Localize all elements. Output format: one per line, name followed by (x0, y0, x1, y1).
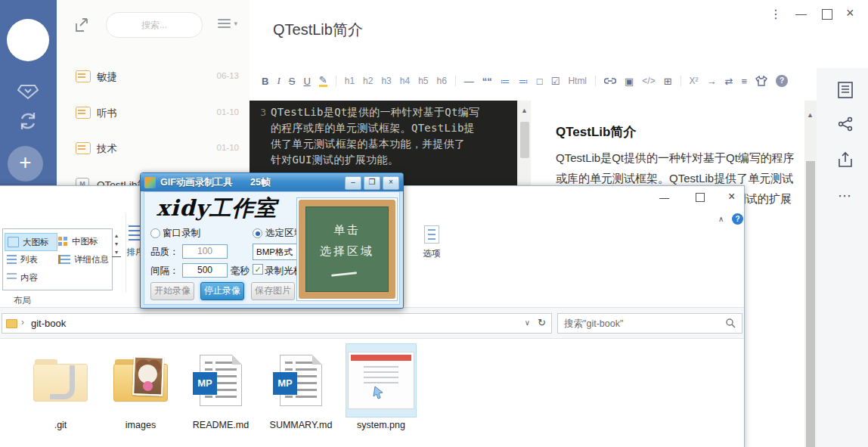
h6-icon[interactable]: h6 (437, 76, 447, 86)
breadcrumb[interactable]: git-book (31, 318, 66, 329)
page-title: QTestLib简介 (273, 20, 363, 40)
note-date: 01-10 (217, 107, 239, 116)
view-details[interactable]: 详细信息 (56, 251, 115, 268)
export-icon[interactable] (838, 151, 853, 168)
arrow-right-icon[interactable]: → (707, 76, 717, 87)
view-label: 列表 (20, 254, 38, 265)
h1-icon[interactable]: h1 (345, 76, 355, 86)
close-button[interactable]: × (383, 176, 399, 190)
note-item-folder[interactable]: 敏捷 06-13 (57, 59, 250, 95)
html-icon[interactable]: Html (568, 76, 587, 86)
view-medium-icons[interactable]: 中图标 (56, 233, 113, 250)
h2-icon[interactable]: h2 (363, 76, 373, 86)
maximize-button[interactable] (822, 9, 832, 20)
vip-diamond-icon[interactable] (17, 79, 39, 101)
view-list[interactable]: 列表 (5, 251, 56, 268)
interval-label: 间隔： (150, 265, 179, 278)
close-button[interactable]: × (846, 5, 854, 21)
more-icon[interactable]: ⋯ (838, 188, 852, 204)
superscript-icon[interactable]: X² (690, 76, 699, 86)
task-checked-icon[interactable]: ☑ (551, 76, 560, 87)
highlighter-icon[interactable]: ✎ (319, 75, 327, 87)
address-dropdown-icon[interactable]: ∨ (525, 318, 530, 327)
help-icon[interactable]: ? (732, 213, 743, 225)
file-item-images[interactable]: images (104, 344, 177, 430)
avatar[interactable] (7, 19, 49, 61)
upload-share-icon[interactable] (73, 16, 91, 34)
file-item-git[interactable]: .git (24, 344, 97, 430)
right-icon-rail: ⋯ (817, 68, 868, 447)
scroll-up-icon[interactable]: ▲ (807, 111, 814, 119)
strikethrough-icon[interactable]: S (289, 76, 296, 87)
view-large-icons[interactable]: 大图标 (5, 233, 57, 251)
minimize-button[interactable]: – (345, 176, 361, 190)
quality-input[interactable]: 100 (182, 244, 228, 259)
h5-icon[interactable]: h5 (418, 76, 428, 86)
table-icon[interactable]: ⊞ (664, 76, 672, 87)
collapse-ribbon-icon[interactable]: ∧ (718, 215, 724, 223)
horizontal-rule-icon[interactable]: — (464, 76, 474, 87)
bold-icon[interactable]: B (262, 76, 268, 87)
blockquote-icon[interactable]: ““ (482, 76, 492, 87)
minimize-button[interactable]: — (795, 7, 807, 20)
minimize-button[interactable]: — (659, 192, 669, 203)
sync-icon[interactable] (17, 110, 39, 132)
link-icon[interactable] (604, 76, 616, 85)
swap-icon[interactable]: ⇄ (725, 76, 733, 87)
maximize-button[interactable]: ❐ (364, 176, 380, 190)
search-icon[interactable] (725, 318, 736, 328)
folder-icon (6, 319, 17, 328)
start-record-button[interactable]: 开始录像 (150, 282, 194, 300)
scroll-up-icon[interactable]: ▲ (521, 107, 528, 114)
board-text-line2: 选择区域 (305, 244, 389, 259)
chalkboard-frame: 单击 选择区域 (299, 200, 395, 299)
close-button[interactable]: × (728, 190, 735, 203)
view-content[interactable]: 内容 (5, 269, 56, 286)
task-unchecked-icon[interactable]: □ (537, 76, 543, 87)
scrollbar-thumb[interactable] (520, 122, 529, 158)
radio-region-record[interactable] (253, 228, 262, 238)
app-menu-icon[interactable]: ⋮ (770, 7, 782, 21)
refresh-icon[interactable]: ↻ (538, 317, 546, 328)
explorer-search-input[interactable]: 搜索"git-book" (557, 313, 742, 334)
ordered-list-icon[interactable]: ≕ (519, 76, 529, 87)
divider (595, 76, 596, 86)
share-icon[interactable] (838, 116, 853, 132)
list-menu-icon[interactable]: ▾ (218, 19, 237, 31)
help-icon[interactable]: ? (776, 75, 788, 87)
save-image-button[interactable]: 保存图片 (251, 282, 295, 300)
image-icon[interactable]: ▣ (625, 76, 634, 87)
search-input[interactable]: 搜索... (106, 12, 203, 38)
new-note-button[interactable]: + (8, 146, 43, 182)
scrollbar-thumb[interactable] (806, 161, 815, 447)
chalkboard-preview[interactable]: 单击 选择区域 (296, 197, 398, 301)
h3-icon[interactable]: h3 (381, 76, 391, 86)
interval-input[interactable]: 500 (182, 263, 228, 278)
record-cursor-checkbox[interactable]: ✓ (253, 264, 263, 275)
note-item-folder[interactable]: 技术 01-10 (57, 131, 250, 166)
gif-title-bar[interactable]: GIF动画录制工具 25帧 – ❐ × (141, 173, 403, 191)
gif-app-icon (144, 177, 156, 188)
options-button[interactable]: 选项 (413, 225, 451, 259)
stop-record-button[interactable]: 停止录像 (200, 282, 244, 300)
preview-scrollbar[interactable]: ▲ (804, 101, 817, 447)
note-title: 听书 (97, 107, 117, 120)
maximize-button[interactable] (696, 193, 705, 202)
images-folder-icon (113, 359, 168, 402)
underline-icon[interactable]: U (303, 76, 310, 87)
radio-window-record[interactable] (150, 228, 160, 238)
file-item-readme[interactable]: MP README.md (184, 344, 257, 430)
note-item-folder[interactable]: 听书 01-10 (57, 95, 250, 131)
address-bar[interactable]: › git-book ∨ ↻ (2, 313, 552, 334)
italic-icon[interactable]: I (277, 75, 280, 87)
bullet-list-icon[interactable]: ≔ (501, 76, 510, 87)
file-item-summary[interactable]: MP SUMMARY.md (265, 344, 337, 430)
h4-icon[interactable]: h4 (400, 76, 410, 86)
inline-code-icon[interactable]: </> (642, 76, 655, 86)
file-item-system-png[interactable]: system.png (345, 344, 417, 430)
file-list: .git images MP README.md (0, 341, 744, 447)
theme-shirt-icon[interactable] (755, 76, 767, 86)
sliders-icon[interactable]: ≡ (742, 76, 748, 87)
outline-icon[interactable] (838, 82, 853, 98)
radio-window-label[interactable]: 窗口录制 (163, 227, 200, 240)
